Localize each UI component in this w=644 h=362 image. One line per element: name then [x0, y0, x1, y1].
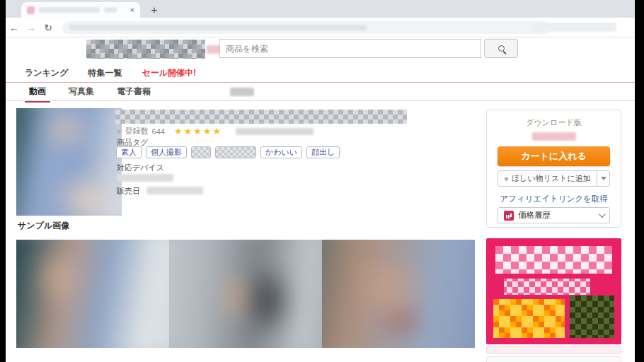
release-date-label: 販売日 — [117, 186, 140, 197]
sale-banner-redacted[interactable] — [486, 238, 621, 344]
sample-image-3-blurred[interactable] — [322, 240, 475, 348]
tag-chip-redacted[interactable] — [191, 146, 211, 158]
sample-images-label: サンプル画像 — [18, 220, 69, 232]
wishlist-button[interactable]: ♥ ほしい物リストに追加 — [498, 170, 610, 187]
tag-chip[interactable]: かわいい — [260, 146, 302, 158]
sample-image-1-fill — [16, 240, 169, 348]
tab-favicon-redacted — [27, 6, 35, 14]
new-tab-button[interactable]: + — [147, 3, 161, 17]
rating-extra-redacted — [236, 128, 314, 135]
tab-title-redacted — [39, 7, 100, 13]
price-history-dropdown[interactable]: 価格履歴 — [498, 207, 610, 223]
star-rating[interactable]: ★★★★★ — [174, 126, 222, 136]
browser-tab-bar: × + — [6, 0, 635, 18]
tab-video[interactable]: 動画 — [26, 83, 49, 100]
url-redacted — [69, 25, 367, 30]
heart-icon: ♥ — [117, 127, 122, 136]
price-redacted — [532, 132, 576, 141]
price-chart-icon — [504, 211, 514, 221]
site-header — [6, 37, 635, 62]
price-history-label: 価格履歴 — [518, 210, 551, 221]
product-image-blurred[interactable] — [16, 108, 122, 216]
product-title-redacted — [115, 110, 407, 124]
chevron-down-icon — [599, 211, 606, 218]
heart-icon: ♥ — [504, 175, 509, 183]
sale-banner-substrip — [486, 346, 621, 354]
site-nav: ランキング 特集一覧 セール開催中! — [6, 64, 635, 82]
nav-item-sale[interactable]: セール開催中! — [142, 67, 196, 79]
affiliate-link[interactable]: アフィリエイトリンクを取得 — [487, 194, 621, 204]
search-box — [219, 39, 481, 58]
tab-title-redacted — [104, 7, 117, 13]
category-tabs: 動画 写真集 電子書籍 — [6, 83, 635, 100]
sidebar-bottom-box — [486, 356, 621, 362]
sale-banner-text-row1-redacted — [495, 246, 611, 274]
sample-image-2-blurred[interactable] — [169, 240, 322, 348]
search-icon — [498, 45, 505, 52]
nav-item-ranking[interactable]: ランキング — [25, 67, 68, 79]
sale-banner-badge-redacted — [570, 296, 614, 338]
purchase-card: ダウンロード版 カートに入れる ♥ ほしい物リストに追加 アフィリエイトリンクを… — [486, 110, 621, 228]
product-tags: 素人 個人撮影 かわいい 顔出し — [116, 146, 340, 158]
tag-chip-redacted[interactable] — [215, 146, 256, 158]
tabrow-item-redacted — [230, 88, 254, 96]
wishlist-main[interactable]: ♥ ほしい物リストに追加 — [498, 171, 597, 186]
sale-banner-text-row2-redacted — [504, 279, 590, 295]
sale-banner-sale-text-redacted — [493, 299, 565, 339]
screen: × + ← → ↻ ランキ — [0, 0, 644, 362]
rating-row: ♥ 登録数 644 ★★★★★ — [117, 126, 314, 136]
site-logo-redacted[interactable] — [86, 40, 205, 59]
device-label: 対応デバイス — [117, 163, 164, 173]
tab-ebook[interactable]: 電子書籍 — [114, 83, 154, 100]
sample-image-2-fill — [169, 240, 322, 348]
add-to-cart-button[interactable]: カートに入れる — [498, 146, 610, 166]
sample-image-1-blurred[interactable] — [16, 240, 169, 348]
wishlist-label: ほしい物リストに追加 — [512, 173, 591, 184]
nav-item-features[interactable]: 特集一覧 — [88, 67, 122, 79]
release-date-value-redacted — [146, 187, 203, 194]
caret-down-icon — [601, 177, 606, 180]
sample-image-3-fill — [322, 240, 475, 348]
device-value-redacted — [117, 174, 173, 182]
edition-label: ダウンロード版 — [487, 117, 621, 128]
product-image-fill — [16, 108, 122, 216]
forward-icon[interactable]: → — [23, 22, 40, 33]
tab-close-icon[interactable]: × — [130, 6, 134, 14]
search-button[interactable] — [484, 39, 518, 58]
tag-chip[interactable]: 個人撮影 — [146, 146, 187, 158]
browser-tab[interactable]: × — [21, 2, 140, 18]
bookmark-count-label: 登録数 — [125, 126, 149, 136]
wishlist-dropdown-button[interactable] — [597, 171, 609, 186]
back-icon[interactable]: ← — [6, 22, 23, 33]
tab-photobook[interactable]: 写真集 — [66, 83, 97, 100]
search-input[interactable] — [220, 40, 481, 57]
tag-chip[interactable]: 顔出し — [306, 146, 340, 158]
browser-window: × + ← → ↻ ランキ — [6, 0, 635, 362]
tabs-divider — [6, 100, 635, 101]
reload-icon[interactable]: ↻ — [40, 22, 57, 33]
toolbar-extensions-redacted — [533, 23, 616, 32]
tag-chip[interactable]: 素人 — [116, 146, 142, 158]
bookmark-count-value: 644 — [152, 127, 165, 136]
address-bar[interactable] — [62, 21, 551, 34]
